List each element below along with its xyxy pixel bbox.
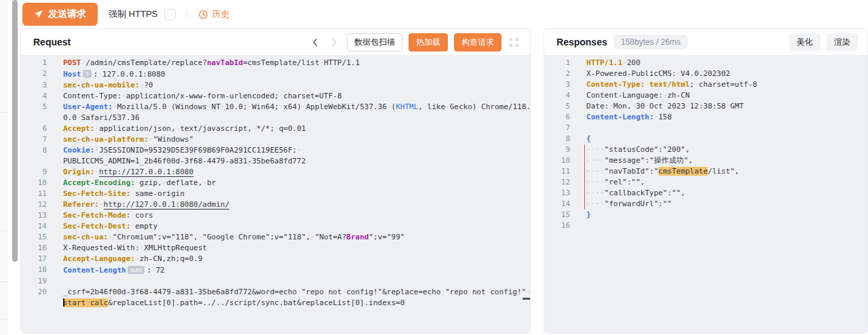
code-line: 6Accept:·application/json,·text/javascri… [21, 123, 530, 134]
beautify-button[interactable]: 美化 [789, 33, 820, 52]
code-line: 17Accept-Language:·zh-CN,zh;q=0.9 [21, 254, 530, 264]
top-toolbar: 发送请求 强制 HTTPS 历史 [20, 0, 868, 28]
code-line: 10Accept-Encoding:·gzip,·deflate,·br [21, 178, 530, 189]
response-panel-title: Responses [556, 37, 607, 47]
chevron-right-icon [329, 37, 339, 47]
history-label: 历史 [212, 8, 229, 20]
code-line: 4Content-Language:·zh-CN [544, 90, 867, 101]
code-line: 7sec-ch-ua-platform:·"Windows" [21, 134, 530, 145]
code-line: 9Origin:·http://127.0.0.1:8080 [21, 167, 530, 178]
code-line: 10····"message":"操作成功", [544, 155, 867, 166]
code-line: 8Cookie:·JSESSIONID=95329D5E39F69B69F0A2… [21, 145, 530, 156]
collapsed-history-panel [0, 0, 7, 335]
request-panel-title: Request [33, 37, 71, 47]
send-request-label: 发送请求 [48, 8, 86, 20]
clock-icon [198, 9, 208, 20]
prev-request-button[interactable] [309, 36, 322, 49]
code-line: 13····"callbackType":"", [544, 188, 867, 199]
request-panel-header: Request 数据包扫描 热加载 [21, 29, 530, 55]
code-line: 5Date:·Mon,·30·Oct·2023·12:38:58·GMT [544, 101, 867, 112]
toolbar-divider [187, 9, 187, 19]
code-line: 20_csrf=2b46f00d-3f68-4479-a831-35be6a8f… [21, 287, 530, 298]
code-line: 15sec-ch-ua:·"Chromium";v="118",·"Google… [21, 232, 530, 243]
code-line: 14····"forwardUrl":"" [544, 199, 867, 210]
code-line: 13Sec-Fetch-Mode:·cors [21, 210, 530, 221]
history-button[interactable]: 历史 [198, 8, 229, 20]
code-line: 0.0·Safari/537.36 [21, 113, 530, 123]
code-line: 1HTTP/1.1·200 [544, 58, 867, 68]
code-line: 11····"navTabId":"cmsTemplate/list", [544, 166, 867, 177]
code-line: 16 [544, 220, 867, 231]
force-https-group: 强制 HTTPS [109, 8, 176, 20]
response-meta-badge: 158bytes / 26ms [614, 35, 687, 49]
force-https-checkbox[interactable] [164, 9, 176, 20]
request-editor[interactable]: 1POST·/admin/cmsTemplate/replace?navTabI… [21, 55, 530, 333]
code-line: 2X-Powered-PublicCMS:·V4.0.202302 [544, 68, 867, 79]
response-panel: Responses 158bytes / 26ms 美化 渲染 1HTTP/1.… [544, 28, 868, 334]
code-line: 8{ [544, 134, 867, 144]
code-line: 7 [544, 123, 867, 134]
force-https-label: 强制 HTTPS [109, 8, 157, 20]
code-line: 12Referer:·http://127.0.0.1:8080/admin/ [21, 199, 530, 210]
http-fuzzer-page: 发送请求 强制 HTTPS 历史 Request [0, 0, 868, 335]
build-request-button[interactable]: 构造请求 [454, 33, 502, 52]
hot-reload-button[interactable]: 热加载 [409, 33, 448, 52]
code-line: 11Sec-Fetch-Site:·same-origin [21, 189, 530, 199]
send-request-button[interactable]: 发送请求 [22, 3, 98, 26]
response-panel-header: Responses 158bytes / 26ms 美化 渲染 [544, 29, 867, 55]
code-line: PUBLICCMS_ADMIN=1_2b46f00d-3f68-4479-a83… [21, 156, 530, 167]
code-line: 18Content-Lengthauto:·72 [21, 264, 530, 276]
code-line: 4Content-Type:·application/x-www-form-ur… [21, 91, 530, 102]
code-line: 16X-Requested-With:·XMLHttpRequest [21, 243, 530, 254]
next-request-button[interactable] [328, 36, 341, 49]
send-icon [34, 9, 43, 19]
request-editor-scrollbar-thumb[interactable] [523, 298, 531, 300]
render-button[interactable]: 渲染 [827, 33, 858, 52]
code-line: 6Content-Length:·158 [544, 112, 867, 123]
code-line: 3sec-ch-ua-mobile:·?0 [21, 80, 530, 91]
left-scrollbar[interactable] [12, 0, 18, 262]
code-line: 3Content-Type:·text/html;·charset=utf-8 [544, 79, 867, 90]
code-line: 9····"statusCode":"200", [544, 144, 867, 155]
code-line: 5User-Agent:·Mozilla/5.0·(Windows·NT·10.… [21, 102, 530, 113]
code-line: 1POST·/admin/cmsTemplate/replace?navTabI… [21, 58, 530, 68]
code-line: 2Host?:·127.0.0.1:8080 [21, 68, 530, 80]
packet-scan-button[interactable]: 数据包扫描 [347, 33, 402, 52]
chevron-left-icon [310, 37, 320, 47]
request-panel: Request 数据包扫描 热加载 [20, 28, 531, 334]
code-line: start·calc&replaceList[0].path=../../scr… [21, 298, 530, 309]
fullscreen-icon[interactable] [508, 36, 521, 49]
code-line: 15} [544, 210, 867, 220]
response-editor[interactable]: 1HTTP/1.1·2002X-Powered-PublicCMS:·V4.0.… [544, 55, 867, 333]
code-line: 12····"rel":"", [544, 177, 867, 188]
code-line: 19 [21, 276, 530, 287]
panels-row: Request 数据包扫描 热加载 [20, 28, 868, 334]
code-line: 14Sec-Fetch-Dest:·empty [21, 221, 530, 232]
